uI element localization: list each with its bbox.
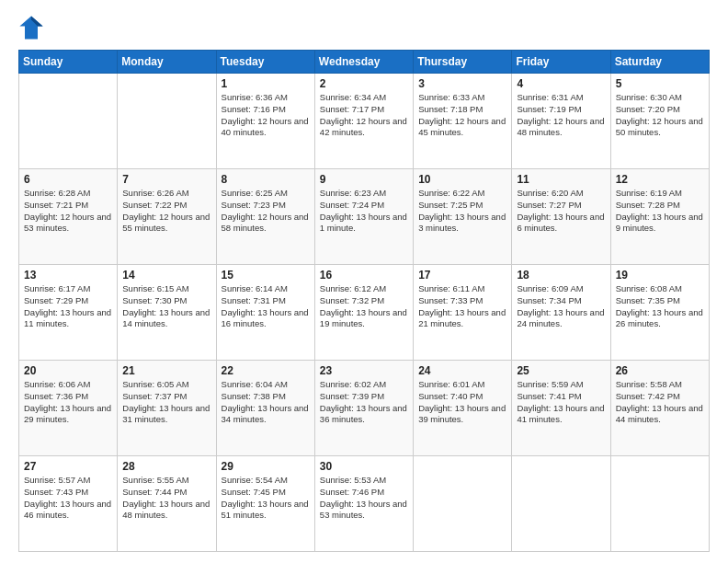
calendar-cell: 19Sunrise: 6:08 AM Sunset: 7:35 PM Dayli… xyxy=(610,265,709,361)
calendar-cell: 6Sunrise: 6:28 AM Sunset: 7:21 PM Daylig… xyxy=(19,169,118,265)
day-info: Sunrise: 6:12 AM Sunset: 7:32 PM Dayligh… xyxy=(320,283,408,330)
page: SundayMondayTuesdayWednesdayThursdayFrid… xyxy=(0,0,728,563)
day-info: Sunrise: 6:33 AM Sunset: 7:18 PM Dayligh… xyxy=(418,92,506,139)
calendar-cell xyxy=(610,456,709,552)
day-number: 28 xyxy=(122,460,210,473)
day-info: Sunrise: 6:28 AM Sunset: 7:21 PM Dayligh… xyxy=(24,188,112,235)
calendar-cell: 22Sunrise: 6:04 AM Sunset: 7:38 PM Dayli… xyxy=(216,361,314,456)
day-info: Sunrise: 6:15 AM Sunset: 7:30 PM Dayligh… xyxy=(122,283,210,330)
calendar-cell xyxy=(512,456,610,552)
calendar-cell: 26Sunrise: 5:58 AM Sunset: 7:42 PM Dayli… xyxy=(610,361,709,456)
calendar-cell xyxy=(414,456,512,552)
calendar-cell: 20Sunrise: 6:06 AM Sunset: 7:36 PM Dayli… xyxy=(19,361,118,456)
day-number: 6 xyxy=(24,173,112,186)
day-info: Sunrise: 6:19 AM Sunset: 7:28 PM Dayligh… xyxy=(616,188,704,235)
calendar-cell: 7Sunrise: 6:26 AM Sunset: 7:22 PM Daylig… xyxy=(118,169,216,265)
day-number: 24 xyxy=(418,364,506,377)
weekday-header-friday: Friday xyxy=(512,51,610,74)
calendar-cell: 8Sunrise: 6:25 AM Sunset: 7:23 PM Daylig… xyxy=(216,169,314,265)
logo xyxy=(18,15,46,40)
day-info: Sunrise: 6:02 AM Sunset: 7:39 PM Dayligh… xyxy=(320,379,408,426)
day-info: Sunrise: 5:59 AM Sunset: 7:41 PM Dayligh… xyxy=(517,379,605,426)
day-info: Sunrise: 6:05 AM Sunset: 7:37 PM Dayligh… xyxy=(122,379,210,426)
day-info: Sunrise: 6:06 AM Sunset: 7:36 PM Dayligh… xyxy=(24,379,112,426)
calendar-cell: 23Sunrise: 6:02 AM Sunset: 7:39 PM Dayli… xyxy=(314,361,413,456)
logo-icon xyxy=(18,15,44,40)
day-number: 26 xyxy=(616,364,704,377)
day-number: 13 xyxy=(24,269,112,282)
day-info: Sunrise: 5:58 AM Sunset: 7:42 PM Dayligh… xyxy=(616,379,704,426)
day-info: Sunrise: 5:57 AM Sunset: 7:43 PM Dayligh… xyxy=(24,475,112,522)
day-info: Sunrise: 6:04 AM Sunset: 7:38 PM Dayligh… xyxy=(222,379,310,426)
day-info: Sunrise: 5:54 AM Sunset: 7:45 PM Dayligh… xyxy=(222,475,310,522)
day-info: Sunrise: 6:11 AM Sunset: 7:33 PM Dayligh… xyxy=(418,283,506,330)
day-number: 19 xyxy=(616,269,704,282)
day-number: 12 xyxy=(616,173,704,186)
day-number: 21 xyxy=(122,364,210,377)
header xyxy=(18,15,710,40)
day-info: Sunrise: 6:36 AM Sunset: 7:16 PM Dayligh… xyxy=(222,92,310,139)
weekday-header-sunday: Sunday xyxy=(19,51,118,74)
calendar-cell: 24Sunrise: 6:01 AM Sunset: 7:40 PM Dayli… xyxy=(414,361,512,456)
calendar-cell: 9Sunrise: 6:23 AM Sunset: 7:24 PM Daylig… xyxy=(314,169,413,265)
weekday-header-monday: Monday xyxy=(118,51,216,74)
day-number: 16 xyxy=(320,269,408,282)
calendar-cell: 15Sunrise: 6:14 AM Sunset: 7:31 PM Dayli… xyxy=(216,265,314,361)
day-number: 17 xyxy=(418,269,506,282)
calendar-cell: 30Sunrise: 5:53 AM Sunset: 7:46 PM Dayli… xyxy=(314,456,413,552)
weekday-header-thursday: Thursday xyxy=(414,51,512,74)
calendar-cell: 28Sunrise: 5:55 AM Sunset: 7:44 PM Dayli… xyxy=(118,456,216,552)
day-info: Sunrise: 6:20 AM Sunset: 7:27 PM Dayligh… xyxy=(517,188,605,235)
calendar-cell: 27Sunrise: 5:57 AM Sunset: 7:43 PM Dayli… xyxy=(19,456,118,552)
day-info: Sunrise: 6:26 AM Sunset: 7:22 PM Dayligh… xyxy=(122,188,210,235)
day-number: 29 xyxy=(222,460,310,473)
day-number: 20 xyxy=(24,364,112,377)
day-number: 2 xyxy=(320,77,408,90)
calendar-cell: 10Sunrise: 6:22 AM Sunset: 7:25 PM Dayli… xyxy=(414,169,512,265)
weekday-header-tuesday: Tuesday xyxy=(216,51,314,74)
week-row-2: 6Sunrise: 6:28 AM Sunset: 7:21 PM Daylig… xyxy=(19,169,710,265)
calendar-cell: 5Sunrise: 6:30 AM Sunset: 7:20 PM Daylig… xyxy=(610,74,709,169)
calendar-cell xyxy=(118,74,216,169)
day-number: 10 xyxy=(418,173,506,186)
calendar-cell: 3Sunrise: 6:33 AM Sunset: 7:18 PM Daylig… xyxy=(414,74,512,169)
day-info: Sunrise: 6:01 AM Sunset: 7:40 PM Dayligh… xyxy=(418,379,506,426)
week-row-4: 20Sunrise: 6:06 AM Sunset: 7:36 PM Dayli… xyxy=(19,361,710,456)
day-info: Sunrise: 6:22 AM Sunset: 7:25 PM Dayligh… xyxy=(418,188,506,235)
day-info: Sunrise: 6:25 AM Sunset: 7:23 PM Dayligh… xyxy=(222,188,310,235)
day-info: Sunrise: 6:09 AM Sunset: 7:34 PM Dayligh… xyxy=(517,283,605,330)
weekday-header-saturday: Saturday xyxy=(610,51,709,74)
day-number: 18 xyxy=(517,269,605,282)
calendar-cell: 21Sunrise: 6:05 AM Sunset: 7:37 PM Dayli… xyxy=(118,361,216,456)
day-number: 23 xyxy=(320,364,408,377)
day-info: Sunrise: 6:17 AM Sunset: 7:29 PM Dayligh… xyxy=(24,283,112,330)
weekday-header-wednesday: Wednesday xyxy=(314,51,413,74)
day-info: Sunrise: 6:31 AM Sunset: 7:19 PM Dayligh… xyxy=(517,92,605,139)
week-row-1: 1Sunrise: 6:36 AM Sunset: 7:16 PM Daylig… xyxy=(19,74,710,169)
calendar-cell xyxy=(19,74,118,169)
day-info: Sunrise: 6:30 AM Sunset: 7:20 PM Dayligh… xyxy=(616,92,704,139)
week-row-5: 27Sunrise: 5:57 AM Sunset: 7:43 PM Dayli… xyxy=(19,456,710,552)
week-row-3: 13Sunrise: 6:17 AM Sunset: 7:29 PM Dayli… xyxy=(19,265,710,361)
calendar-cell: 12Sunrise: 6:19 AM Sunset: 7:28 PM Dayli… xyxy=(610,169,709,265)
day-number: 7 xyxy=(122,173,210,186)
day-number: 1 xyxy=(222,77,310,90)
day-number: 11 xyxy=(517,173,605,186)
calendar-cell: 13Sunrise: 6:17 AM Sunset: 7:29 PM Dayli… xyxy=(19,265,118,361)
day-number: 30 xyxy=(320,460,408,473)
calendar-cell: 25Sunrise: 5:59 AM Sunset: 7:41 PM Dayli… xyxy=(512,361,610,456)
day-number: 15 xyxy=(222,269,310,282)
day-number: 27 xyxy=(24,460,112,473)
calendar-cell: 4Sunrise: 6:31 AM Sunset: 7:19 PM Daylig… xyxy=(512,74,610,169)
calendar-table: SundayMondayTuesdayWednesdayThursdayFrid… xyxy=(18,50,710,552)
calendar-cell: 17Sunrise: 6:11 AM Sunset: 7:33 PM Dayli… xyxy=(414,265,512,361)
day-info: Sunrise: 5:53 AM Sunset: 7:46 PM Dayligh… xyxy=(320,475,408,522)
calendar-cell: 14Sunrise: 6:15 AM Sunset: 7:30 PM Dayli… xyxy=(118,265,216,361)
calendar-cell: 2Sunrise: 6:34 AM Sunset: 7:17 PM Daylig… xyxy=(314,74,413,169)
day-info: Sunrise: 6:23 AM Sunset: 7:24 PM Dayligh… xyxy=(320,188,408,235)
calendar-cell: 11Sunrise: 6:20 AM Sunset: 7:27 PM Dayli… xyxy=(512,169,610,265)
day-info: Sunrise: 6:14 AM Sunset: 7:31 PM Dayligh… xyxy=(222,283,310,330)
day-number: 25 xyxy=(517,364,605,377)
calendar-cell: 29Sunrise: 5:54 AM Sunset: 7:45 PM Dayli… xyxy=(216,456,314,552)
calendar-cell: 1Sunrise: 6:36 AM Sunset: 7:16 PM Daylig… xyxy=(216,74,314,169)
